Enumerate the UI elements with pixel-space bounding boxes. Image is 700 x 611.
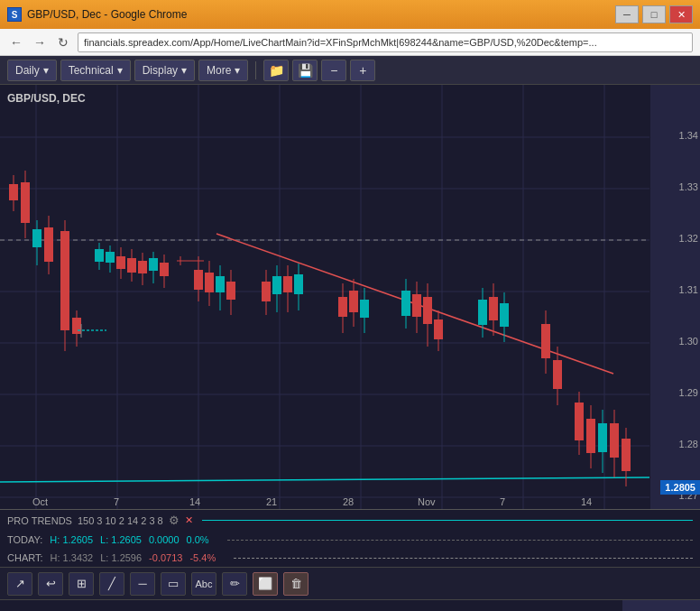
svg-rect-38 bbox=[127, 258, 136, 273]
indicator-name: PRO TRENDS bbox=[7, 515, 72, 526]
more-label: More bbox=[207, 64, 231, 77]
zoom-in-button[interactable]: + bbox=[350, 60, 375, 81]
time-21: 21 bbox=[266, 496, 277, 507]
more-chevron: ▾ bbox=[235, 64, 240, 77]
forward-button[interactable]: → bbox=[31, 33, 49, 51]
svg-rect-44 bbox=[160, 263, 169, 276]
svg-line-18 bbox=[0, 477, 649, 482]
svg-rect-34 bbox=[106, 252, 115, 263]
cursor-tool[interactable]: ↗ bbox=[7, 572, 32, 596]
grid-tool[interactable]: ⊞ bbox=[69, 572, 94, 596]
svg-rect-78 bbox=[489, 297, 498, 320]
indicator-settings-icon[interactable]: ⚙ bbox=[169, 514, 180, 527]
undo-tool[interactable]: ↩ bbox=[38, 572, 63, 596]
svg-rect-74 bbox=[434, 319, 443, 339]
svg-rect-76 bbox=[478, 300, 487, 325]
daily-label: Daily bbox=[15, 64, 40, 77]
chart-pct: -5.4% bbox=[189, 552, 216, 563]
svg-rect-64 bbox=[349, 291, 358, 312]
today-change: 0.0000 bbox=[149, 534, 180, 545]
folder-button[interactable]: 📁 bbox=[263, 60, 289, 81]
svg-rect-20 bbox=[9, 184, 18, 200]
time-7-1: 7 bbox=[114, 496, 119, 507]
browser-icon: S bbox=[7, 7, 22, 22]
svg-rect-40 bbox=[138, 261, 147, 273]
svg-rect-46 bbox=[194, 270, 203, 290]
diagonal-line-tool[interactable]: ╱ bbox=[99, 572, 124, 596]
rect-tool[interactable]: ▭ bbox=[161, 572, 186, 596]
svg-rect-26 bbox=[44, 227, 53, 262]
svg-rect-50 bbox=[216, 276, 225, 292]
technical-chevron: ▾ bbox=[117, 64, 123, 77]
indicator-params: 150 3 10 2 14 2 3 8 bbox=[78, 515, 163, 526]
price-1.29: 1.29 bbox=[651, 387, 698, 398]
svg-rect-36 bbox=[116, 256, 125, 269]
title-bar: S GBP/USD, Dec - Google Chrome ─ □ ✕ bbox=[0, 0, 700, 29]
zoom-out-button[interactable]: − bbox=[321, 60, 346, 81]
display-label: Display bbox=[143, 64, 178, 77]
time-28: 28 bbox=[343, 496, 354, 507]
svg-rect-86 bbox=[575, 403, 584, 440]
svg-rect-92 bbox=[610, 423, 619, 458]
display-chevron: ▾ bbox=[181, 64, 187, 77]
svg-rect-42 bbox=[149, 258, 158, 271]
chart-low: L: 1.2596 bbox=[100, 552, 142, 563]
technical-dropdown[interactable]: Technical ▾ bbox=[60, 60, 131, 81]
svg-rect-62 bbox=[338, 297, 347, 317]
horizontal-line-tool[interactable]: ─ bbox=[130, 572, 155, 596]
toolbar: Daily ▾ Technical ▾ Display ▾ More ▾ 📁 💾… bbox=[0, 56, 700, 85]
time-7-2: 7 bbox=[500, 496, 505, 507]
svg-rect-70 bbox=[412, 294, 421, 317]
minimize-button[interactable]: ─ bbox=[615, 5, 639, 23]
svg-rect-100 bbox=[622, 600, 700, 611]
pen-tool[interactable]: ✏ bbox=[222, 572, 247, 596]
save-button[interactable]: 💾 bbox=[292, 60, 318, 81]
time-14-2: 14 bbox=[581, 496, 592, 507]
text-tool[interactable]: Abc bbox=[191, 572, 216, 596]
svg-rect-84 bbox=[553, 360, 562, 389]
address-input[interactable] bbox=[78, 32, 693, 52]
chart-change: -0.0713 bbox=[149, 552, 182, 563]
chart-label: CHART: bbox=[7, 552, 43, 563]
svg-rect-60 bbox=[294, 274, 303, 294]
more-dropdown[interactable]: More ▾ bbox=[198, 60, 248, 81]
svg-rect-94 bbox=[622, 439, 631, 471]
today-low: L: 1.2605 bbox=[100, 534, 142, 545]
back-button[interactable]: ← bbox=[7, 33, 25, 51]
chart-high: H: 1.3432 bbox=[51, 552, 94, 563]
daily-dropdown[interactable]: Daily ▾ bbox=[7, 60, 57, 81]
mini-chart-svg[interactable] bbox=[0, 600, 700, 611]
time-oct: Oct bbox=[32, 496, 48, 507]
display-dropdown[interactable]: Display ▾ bbox=[134, 60, 195, 81]
today-high: H: 1.2605 bbox=[50, 534, 93, 545]
svg-rect-54 bbox=[262, 282, 271, 301]
current-price-tag: 1.2805 bbox=[660, 480, 700, 495]
svg-rect-28 bbox=[60, 231, 69, 330]
daily-chevron: ▾ bbox=[43, 64, 49, 77]
svg-rect-24 bbox=[32, 229, 41, 247]
chart-title: GBP/USD, DEC bbox=[7, 92, 86, 105]
svg-rect-72 bbox=[423, 297, 432, 324]
technical-label: Technical bbox=[69, 64, 114, 77]
time-14: 14 bbox=[189, 496, 200, 507]
time-nov: Nov bbox=[418, 496, 436, 507]
indicator-bar: PRO TRENDS 150 3 10 2 14 2 3 8 ⚙ ✕ bbox=[0, 509, 700, 531]
refresh-button[interactable]: ↻ bbox=[54, 33, 72, 51]
svg-rect-48 bbox=[205, 273, 214, 292]
toolbar-separator bbox=[255, 61, 256, 79]
close-button[interactable]: ✕ bbox=[669, 5, 693, 23]
today-data-bar: TODAY: H: 1.2605 L: 1.2605 0.0000 0.0% bbox=[0, 531, 700, 549]
window-title: GBP/USD, Dec - Google Chrome bbox=[27, 8, 187, 21]
price-1.31: 1.31 bbox=[651, 284, 698, 295]
eraser-tool[interactable]: ⬜ bbox=[253, 572, 278, 596]
candlestick-chart[interactable] bbox=[0, 85, 649, 509]
indicator-close-icon[interactable]: ✕ bbox=[185, 514, 193, 526]
address-bar: ← → ↻ bbox=[0, 29, 700, 56]
price-1.30: 1.30 bbox=[651, 336, 698, 347]
price-1.33: 1.33 bbox=[651, 181, 698, 192]
restore-button[interactable]: □ bbox=[642, 5, 666, 23]
trash-tool[interactable]: 🗑 bbox=[283, 572, 309, 596]
drawing-toolbar: ↗ ↩ ⊞ ╱ ─ ▭ Abc ✏ ⬜ 🗑 bbox=[0, 567, 700, 599]
today-pct: 0.0% bbox=[187, 534, 209, 545]
svg-rect-90 bbox=[598, 423, 607, 452]
